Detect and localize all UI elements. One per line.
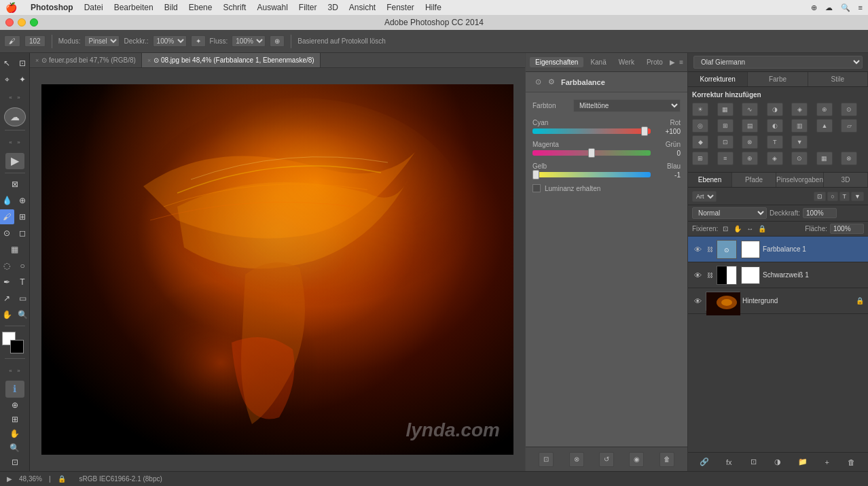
layer-eye-schwarzweiss[interactable]: 👁 — [692, 270, 703, 281]
grid-tool[interactable]: ⊞ — [7, 413, 22, 426]
right-tab-korrekturen[interactable]: Korrekturen — [688, 72, 748, 86]
fluss-select[interactable]: 100% — [232, 35, 266, 47]
korr-posterize[interactable]: ▥ — [791, 119, 808, 133]
gelb-blau-track[interactable] — [532, 172, 651, 177]
heal-tool[interactable]: ⊕ — [15, 193, 30, 208]
prop-tab-kana[interactable]: Kanä — [585, 57, 611, 67]
menu-ansicht[interactable]: Ansicht — [349, 3, 376, 12]
korr-extra1[interactable]: ⊡ — [717, 135, 734, 149]
menu-filter[interactable]: Filter — [299, 3, 317, 12]
menu-schrift[interactable]: Schrift — [223, 3, 246, 12]
korr-selective-color[interactable]: ◆ — [692, 135, 708, 149]
panel-collapse-2[interactable]: « — [7, 135, 14, 150]
menu-3d[interactable]: 3D — [327, 3, 338, 12]
eb-btn-link[interactable]: 🔗 — [698, 456, 711, 468]
prop-btn-link[interactable]: ⊗ — [569, 452, 584, 467]
close-button[interactable] — [5, 18, 14, 27]
shape-tool[interactable]: ▭ — [15, 291, 30, 306]
quick-select-tool[interactable]: ✦ — [15, 72, 30, 87]
prop-tab-arrow[interactable]: ▶ — [670, 58, 675, 66]
maximize-button[interactable] — [30, 18, 38, 27]
play-btn[interactable]: ▶ — [5, 153, 24, 169]
background-color[interactable] — [10, 340, 24, 353]
korr-invert[interactable]: ◐ — [767, 119, 783, 133]
canvas-wrapper[interactable]: lynda.com — [30, 68, 525, 471]
magenta-gruen-track[interactable] — [532, 150, 651, 156]
korr-extra5[interactable]: ⊞ — [692, 152, 708, 165]
panel-expand-1[interactable]: » — [16, 90, 22, 105]
panel-expand-2[interactable]: » — [16, 135, 22, 150]
korr-extra6[interactable]: ≡ — [717, 152, 734, 165]
fix-icon-2[interactable]: ✋ — [733, 224, 742, 234]
eb-tool-thumb4[interactable]: ▼ — [851, 192, 864, 201]
menu-datei[interactable]: Datei — [84, 3, 103, 12]
korr-channel-mixer[interactable]: ⊞ — [717, 119, 734, 133]
layer-item-hintergrund[interactable]: 👁 Hintergrund 🔒 — [688, 288, 868, 314]
deckkraft-input[interactable] — [803, 208, 837, 218]
cc-libraries-icon[interactable]: ☁ — [4, 107, 26, 126]
dodge-tool[interactable]: ○ — [15, 258, 30, 273]
eb-btn-new[interactable]: + — [820, 456, 834, 468]
blend-mode-select[interactable]: Normal — [692, 207, 767, 219]
layer-item-farbbalance[interactable]: 👁 ⛓ ⊙ Farbbalance 1 — [688, 237, 868, 262]
korr-extra9[interactable]: ⊙ — [791, 152, 808, 165]
airbrush-btn[interactable]: ✦ — [191, 35, 206, 47]
eb-tab-pfade[interactable]: Pfade — [732, 173, 776, 187]
eb-btn-group[interactable]: 📁 — [796, 456, 810, 468]
prop-tab-proto[interactable]: Proto — [641, 57, 668, 67]
menu-auswahl[interactable]: Auswahl — [257, 3, 287, 12]
move-tool[interactable]: ↖ — [0, 56, 14, 71]
deckkr-select[interactable]: 100% — [153, 35, 187, 47]
pen-tool[interactable]: ✒ — [0, 275, 14, 290]
status-arrow[interactable]: ▶ — [7, 475, 12, 483]
history-brush-tool[interactable]: ⊙ — [0, 226, 14, 241]
flaeche-input[interactable] — [830, 224, 864, 234]
menu-extra-icon[interactable]: ≡ — [858, 3, 863, 12]
korr-threshold[interactable]: ▲ — [816, 119, 833, 133]
eb-btn-fx[interactable]: fx — [722, 456, 736, 468]
eraser-tool[interactable]: ◻ — [15, 226, 30, 241]
prop-icon-balance[interactable]: ⊙ — [532, 77, 543, 88]
korr-extra11[interactable]: ⊗ — [841, 152, 857, 165]
cyan-rot-track[interactable] — [532, 128, 651, 134]
prop-btn-reset[interactable]: ↺ — [599, 452, 614, 467]
tab-feuer-close[interactable]: × — [35, 57, 39, 64]
panel-collapse-1[interactable]: « — [7, 90, 14, 105]
layer-item-schwarzweiss[interactable]: 👁 ⛓ Schwarzweiß 1 — [688, 262, 868, 288]
right-tab-farbe[interactable]: Farbe — [748, 72, 808, 86]
prop-btn-delete[interactable]: 🗑 — [659, 452, 674, 467]
zoom-tool-2[interactable]: 🔍 — [7, 441, 22, 454]
layer-eye-hintergrund[interactable]: 👁 — [692, 296, 703, 307]
blur-tool[interactable]: ◌ — [0, 258, 14, 273]
korr-extra10[interactable]: ▦ — [816, 152, 833, 165]
prop-icon-settings[interactable]: ⚙ — [546, 77, 557, 88]
korr-photo-filter[interactable]: ◎ — [692, 119, 708, 133]
gelb-blau-thumb[interactable] — [532, 170, 539, 179]
tab-08jpg[interactable]: × ⊙ 08.jpg bei 48,4% (Farbbalance 1, Ebe… — [142, 53, 321, 67]
farbton-select[interactable]: Mitteltöne — [573, 99, 681, 112]
korr-extra4[interactable]: ▼ — [791, 135, 808, 149]
menu-hilfe[interactable]: Hilfe — [425, 3, 441, 12]
target-tool[interactable]: ⊕ — [7, 399, 22, 412]
eb-btn-adjustment[interactable]: ◑ — [771, 456, 784, 468]
tab-feuer[interactable]: × ⊙ feuer.psd bei 47,7% (RGB/8) — [30, 53, 142, 67]
prop-btn-visibility[interactable]: ◉ — [629, 452, 644, 467]
stylus-btn[interactable]: ⊕ — [270, 35, 285, 47]
selection-tool[interactable]: ⊡ — [15, 56, 30, 71]
menu-bearbeiten[interactable]: Bearbeiten — [114, 3, 153, 12]
fix-icon-4[interactable]: 🔒 — [757, 224, 767, 234]
eb-tab-ebenen[interactable]: Ebenen — [688, 173, 732, 187]
menu-bild[interactable]: Bild — [164, 3, 178, 12]
prop-btn-mask[interactable]: ⊡ — [539, 452, 554, 467]
panel-expand-3[interactable]: » — [16, 363, 22, 378]
apple-menu[interactable]: 🍎 — [5, 2, 17, 13]
hand-tool[interactable]: ✋ — [0, 307, 14, 322]
eb-tab-pinselvorgaben[interactable]: Pinselvorgaben — [776, 173, 824, 187]
modus-select[interactable]: Pinsel — [84, 35, 120, 47]
eb-tool-thumb3[interactable]: T — [839, 192, 850, 201]
info-tool[interactable]: ℹ — [5, 381, 24, 397]
eb-tool-thumb2[interactable]: ○ — [827, 192, 837, 201]
search-icon[interactable]: 🔍 — [841, 3, 850, 12]
korr-levels[interactable]: ▦ — [717, 103, 734, 116]
layer-chain-schwarzweiss[interactable]: ⛓ — [706, 271, 714, 279]
